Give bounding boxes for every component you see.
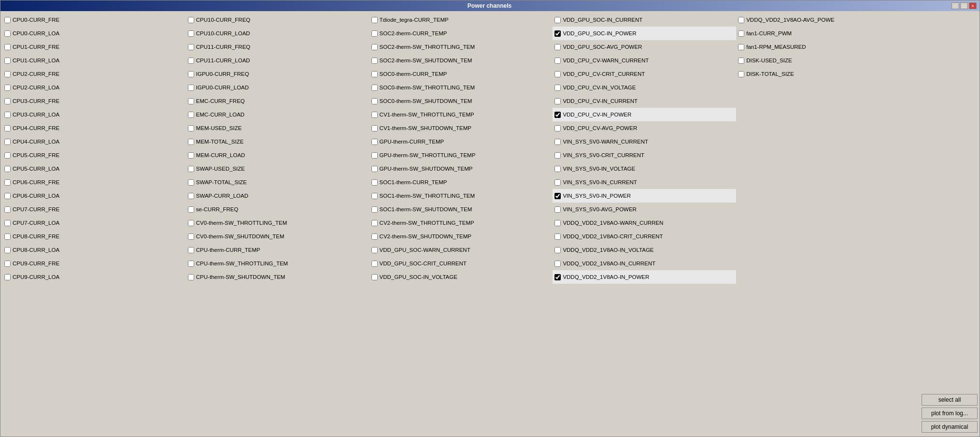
channel-checkbox[interactable] [188,233,194,240]
close-button[interactable]: × [969,2,977,9]
channel-item[interactable] [736,216,920,230]
channel-item[interactable]: SWAP-CURR_LOAD [186,189,369,203]
channel-item[interactable]: VDDQ_VDD2_1V8AO-AVG_POWE [736,13,920,27]
channel-item[interactable]: DISK-USED_SIZE [736,54,920,67]
channel-checkbox[interactable] [4,71,11,77]
channel-checkbox[interactable] [188,71,194,77]
channel-item[interactable]: CPU3-CURR_FRE [2,94,186,108]
channel-item[interactable]: CPU11-CURR_LOAD [186,54,369,67]
channel-checkbox[interactable] [188,179,194,186]
channel-item[interactable] [736,135,920,148]
channel-item[interactable]: CPU4-CURR_FRE [2,121,186,135]
channel-item[interactable] [736,175,920,189]
channel-checkbox[interactable] [554,247,561,253]
channel-checkbox[interactable] [738,71,744,77]
channel-checkbox[interactable] [371,261,378,267]
channel-checkbox[interactable] [188,44,194,50]
channel-checkbox[interactable] [4,58,11,64]
channel-item[interactable]: VDD_GPU_SOC-CRIT_CURRENT [369,257,553,270]
channel-checkbox[interactable] [188,139,194,145]
channel-checkbox[interactable] [371,152,378,159]
minimize-button[interactable]: − [952,2,959,9]
channel-item[interactable]: VDD_CPU_CV-IN_VOLTAGE [553,81,736,94]
channel-checkbox[interactable] [371,17,378,23]
channel-item[interactable]: VDDQ_VDD2_1V8AO-CRIT_CURRENT [553,230,736,243]
channel-item[interactable] [736,203,920,216]
channel-checkbox[interactable] [4,220,11,226]
channel-checkbox[interactable] [371,247,378,253]
channel-item[interactable]: CPU11-CURR_FREQ [186,40,369,54]
channel-item[interactable]: CV1-therm-SW_THROTTLING_TEMP [369,108,553,121]
channel-item[interactable]: CPU9-CURR_FRE [2,257,186,270]
channel-item[interactable]: SOC2-therm-SW_THROTTLING_TEM [369,40,553,54]
channel-item[interactable]: CV2-therm-SW_SHUTDOWN_TEMP [369,230,553,243]
channel-item[interactable]: CPU8-CURR_FRE [2,230,186,243]
channel-item[interactable]: CPU5-CURR_FRE [2,148,186,162]
channel-checkbox[interactable] [188,58,194,64]
channel-item[interactable] [736,162,920,175]
channel-checkbox[interactable] [4,17,11,23]
channel-checkbox[interactable] [188,30,194,37]
channel-item[interactable]: CPU0-CURR_FRE [2,13,186,27]
channel-checkbox[interactable] [371,274,378,280]
channel-item[interactable]: CPU0-CURR_LOA [2,27,186,40]
channel-checkbox[interactable] [371,220,378,226]
channel-checkbox[interactable] [188,220,194,226]
channel-item[interactable]: VDDQ_VDD2_1V8AO-IN_CURRENT [553,257,736,270]
channel-item[interactable]: IGPU0-CURR_LOAD [186,81,369,94]
channel-item[interactable]: GPU-therm-SW_SHUTDOWN_TEMP [369,162,553,175]
channel-checkbox[interactable] [371,58,378,64]
maximize-button[interactable]: □ [960,2,968,9]
channel-checkbox[interactable] [554,44,561,50]
select-all-button[interactable]: select all [922,394,978,406]
channel-item[interactable]: CPU10-CURR_FREQ [186,13,369,27]
channel-checkbox[interactable] [188,85,194,91]
channel-item[interactable] [736,81,920,94]
channel-item[interactable]: SWAP-USED_SIZE [186,162,369,175]
channel-checkbox[interactable] [188,152,194,159]
channel-item[interactable]: CPU1-CURR_FRE [2,40,186,54]
channel-checkbox[interactable] [4,166,11,172]
channel-item[interactable]: fan1-CURR_PWM [736,27,920,40]
channel-item[interactable]: CPU5-CURR_LOA [2,162,186,175]
channel-checkbox[interactable] [4,261,11,267]
channel-checkbox[interactable] [371,139,378,145]
channel-item[interactable]: CPU-therm-SW_SHUTDOWN_TEM [186,270,369,284]
plot-dynamical-button[interactable]: plot dynamical [922,421,978,433]
channel-checkbox[interactable] [188,112,194,118]
channel-checkbox[interactable] [4,125,11,131]
channel-checkbox[interactable] [4,98,11,104]
channel-item[interactable]: VIN_SYS_5V0-WARN_CURRENT [553,135,736,148]
channel-checkbox[interactable] [554,206,561,213]
channel-item[interactable]: VIN_SYS_5V0-CRIT_CURRENT [553,148,736,162]
channel-checkbox[interactable] [188,166,194,172]
channel-item[interactable] [736,243,920,257]
channel-checkbox[interactable] [554,98,561,104]
channel-item[interactable]: SOC1-therm-SW_THROTTLING_TEM [369,189,553,203]
channel-item[interactable]: EMC-CURR_LOAD [186,108,369,121]
channel-item[interactable]: MEM-TOTAL_SIZE [186,135,369,148]
channel-item[interactable] [736,121,920,135]
channel-item[interactable]: VIN_SYS_5V0-AVG_POWER [553,203,736,216]
channel-item[interactable]: CV1-therm-SW_SHUTDOWN_TEMP [369,121,553,135]
channel-item[interactable]: fan1-RPM_MEASURED [736,40,920,54]
channel-checkbox[interactable] [371,85,378,91]
channel-item[interactable]: CPU9-CURR_LOA [2,270,186,284]
channel-item[interactable]: VDD_CPU_CV-IN_POWER [553,108,736,121]
channel-item[interactable]: CPU6-CURR_LOA [2,189,186,203]
channel-item[interactable]: CPU7-CURR_LOA [2,216,186,230]
channel-checkbox[interactable] [4,112,11,118]
channel-checkbox[interactable] [4,247,11,253]
channel-checkbox[interactable] [371,98,378,104]
channel-item[interactable]: GPU-therm-SW_THROTTLING_TEMP [369,148,553,162]
channel-item[interactable]: SOC1-therm-CURR_TEMP [369,175,553,189]
channel-item[interactable]: VDD_GPU_SOC-WARN_CURRENT [369,243,553,257]
channel-checkbox[interactable] [554,233,561,240]
channel-checkbox[interactable] [188,206,194,213]
channel-item[interactable]: Tdiode_tegra-CURR_TEMP [369,13,553,27]
channel-checkbox[interactable] [4,30,11,37]
channel-item[interactable]: VDDQ_VDD2_1V8AO-IN_POWER [553,270,736,284]
channel-item[interactable]: MEM-CURR_LOAD [186,148,369,162]
channel-checkbox[interactable] [738,30,744,37]
channel-item[interactable]: VDD_CPU_CV-CRIT_CURRENT [553,67,736,81]
